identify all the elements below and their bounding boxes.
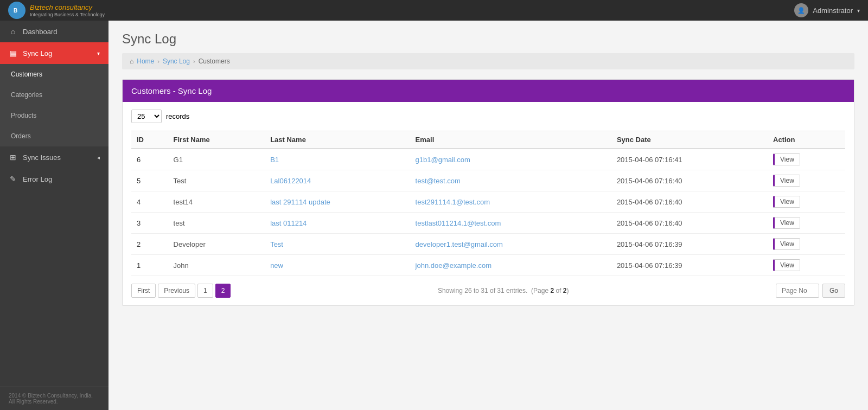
- cell-id: 4: [131, 191, 168, 213]
- chevron-down-icon: ▾: [97, 50, 100, 56]
- user-area[interactable]: 👤 Adminstrator ▾: [794, 3, 860, 17]
- brand-italic: consultancy: [55, 3, 92, 11]
- table-header-row: ID First Name Last Name Email Sync Date …: [131, 131, 845, 149]
- first-button[interactable]: First: [131, 284, 156, 298]
- cell-firstname: test: [168, 213, 265, 234]
- table-row: 6 G1 B1 g1b1@gmail.com 2015-04-06 07:16:…: [131, 149, 845, 170]
- user-name: Adminstrator: [813, 7, 853, 15]
- cell-lastname: last 291114 update: [265, 191, 410, 213]
- table-row: 2 Developer Test developer1.test@gmail.c…: [131, 234, 845, 255]
- main-card: Customers - Sync Log 25 50 100 records I: [122, 79, 854, 306]
- breadcrumb: ⌂ Home › Sync Log › Customers: [122, 53, 854, 69]
- view-button[interactable]: View: [773, 196, 800, 208]
- table-row: 3 test last 011214 testlast011214.1@test…: [131, 213, 845, 234]
- sidebar-item-customers[interactable]: Customers: [0, 64, 108, 85]
- sidebar-label-products: Products: [11, 112, 36, 119]
- sidebar-footer: 2014 © Biztech Consultancy, India. All R…: [0, 387, 108, 410]
- sidebar-item-synclog[interactable]: ▤ Sync Log ▾: [0, 42, 108, 64]
- cell-firstname: John: [168, 255, 265, 276]
- chevron-left-icon: ◂: [97, 155, 100, 161]
- sidebar-item-syncissues[interactable]: ⊞ Sync Issues ◂: [0, 146, 108, 168]
- cell-email: john.doe@example.com: [410, 255, 611, 276]
- cell-syncdate: 2015-04-06 07:16:39: [611, 255, 768, 276]
- sidebar-label-orders: Orders: [11, 132, 31, 140]
- cell-syncdate: 2015-04-06 07:16:41: [611, 149, 768, 170]
- cell-email: g1b1@gmail.com: [410, 149, 611, 170]
- view-button[interactable]: View: [773, 238, 800, 250]
- cell-firstname: Test: [168, 170, 265, 191]
- cell-lastname: last 011214: [265, 213, 410, 234]
- sidebar-label-categories: Categories: [11, 91, 42, 99]
- sidebar-label-errorlog: Error Log: [23, 175, 52, 183]
- syncissues-icon: ⊞: [9, 153, 17, 162]
- cell-email: test@test.com: [410, 170, 611, 191]
- breadcrumb-sep-2: ›: [193, 58, 195, 65]
- errorlog-icon: ✎: [9, 175, 17, 183]
- sidebar-item-errorlog[interactable]: ✎ Error Log: [0, 168, 108, 190]
- breadcrumb-home[interactable]: Home: [137, 57, 154, 65]
- pagination-row: First Previous 1 2 Showing 26 to 31 of 3…: [131, 284, 845, 298]
- col-action: Action: [768, 131, 845, 149]
- cell-action: View: [768, 255, 845, 276]
- page-title: Sync Log: [122, 31, 854, 47]
- cell-email: testlast011214.1@test.com: [410, 213, 611, 234]
- cell-id: 5: [131, 170, 168, 191]
- breadcrumb-synclog[interactable]: Sync Log: [163, 57, 190, 65]
- records-row: 25 50 100 records: [131, 110, 845, 123]
- cell-lastname: Test: [265, 234, 410, 255]
- cell-action: View: [768, 149, 845, 170]
- records-select[interactable]: 25 50 100: [131, 110, 162, 123]
- sidebar-label-dashboard: Dashboard: [23, 28, 58, 36]
- col-syncdate: Sync Date: [611, 131, 768, 149]
- cell-syncdate: 2015-04-06 07:16:39: [611, 234, 768, 255]
- page-no-input[interactable]: [776, 284, 819, 298]
- data-table: ID First Name Last Name Email Sync Date …: [131, 131, 845, 276]
- breadcrumb-home-icon: ⌂: [130, 57, 133, 65]
- top-navbar: B Biztech consultancy Integrating Busine…: [0, 0, 868, 21]
- cell-lastname: Lal06122014: [265, 170, 410, 191]
- page-info: (Page 2 of 2): [531, 287, 569, 294]
- brand: B Biztech consultancy Integrating Busine…: [8, 2, 105, 19]
- sidebar-item-orders[interactable]: Orders: [0, 126, 108, 146]
- page-1-button[interactable]: 1: [197, 284, 213, 298]
- main-layout: ⌂ Dashboard ▤ Sync Log ▾ Customers Categ…: [0, 21, 868, 410]
- view-button[interactable]: View: [773, 153, 800, 165]
- card-body: 25 50 100 records ID First Name Last Nam…: [123, 102, 854, 305]
- col-id: ID: [131, 131, 168, 149]
- cell-lastname: B1: [265, 149, 410, 170]
- cell-email: developer1.test@gmail.com: [410, 234, 611, 255]
- cell-id: 3: [131, 213, 168, 234]
- cell-id: 6: [131, 149, 168, 170]
- home-icon: ⌂: [9, 27, 17, 36]
- user-chevron: ▾: [857, 8, 860, 14]
- card-header: Customers - Sync Log: [123, 80, 854, 102]
- view-button[interactable]: View: [773, 217, 800, 229]
- col-email: Email: [410, 131, 611, 149]
- sidebar-item-categories[interactable]: Categories: [0, 85, 108, 105]
- svg-text:B: B: [14, 8, 17, 14]
- view-button[interactable]: View: [773, 259, 800, 271]
- col-firstname: First Name: [168, 131, 265, 149]
- cell-firstname: G1: [168, 149, 265, 170]
- brand-name: Biztech: [30, 3, 53, 11]
- col-lastname: Last Name: [265, 131, 410, 149]
- previous-button[interactable]: Previous: [158, 284, 195, 298]
- go-button[interactable]: Go: [822, 284, 845, 298]
- pagination-info: Showing 26 to 31 of 31 entries. (Page 2 …: [438, 287, 569, 294]
- page-2-button[interactable]: 2: [215, 284, 231, 298]
- cell-firstname: test14: [168, 191, 265, 213]
- sidebar-item-products[interactable]: Products: [0, 105, 108, 126]
- cell-syncdate: 2015-04-06 07:16:40: [611, 213, 768, 234]
- cell-firstname: Developer: [168, 234, 265, 255]
- cell-id: 1: [131, 255, 168, 276]
- cell-syncdate: 2015-04-06 07:16:40: [611, 191, 768, 213]
- sidebar-item-dashboard[interactable]: ⌂ Dashboard: [0, 21, 108, 42]
- avatar: 👤: [794, 3, 808, 17]
- view-button[interactable]: View: [773, 175, 800, 187]
- cell-lastname: new: [265, 255, 410, 276]
- cell-id: 2: [131, 234, 168, 255]
- sidebar-label-synclog: Sync Log: [23, 49, 52, 57]
- table-row: 1 John new john.doe@example.com 2015-04-…: [131, 255, 845, 276]
- showing-text: Showing 26 to 31 of 31 entries.: [438, 287, 529, 294]
- brand-logo: B: [8, 2, 25, 19]
